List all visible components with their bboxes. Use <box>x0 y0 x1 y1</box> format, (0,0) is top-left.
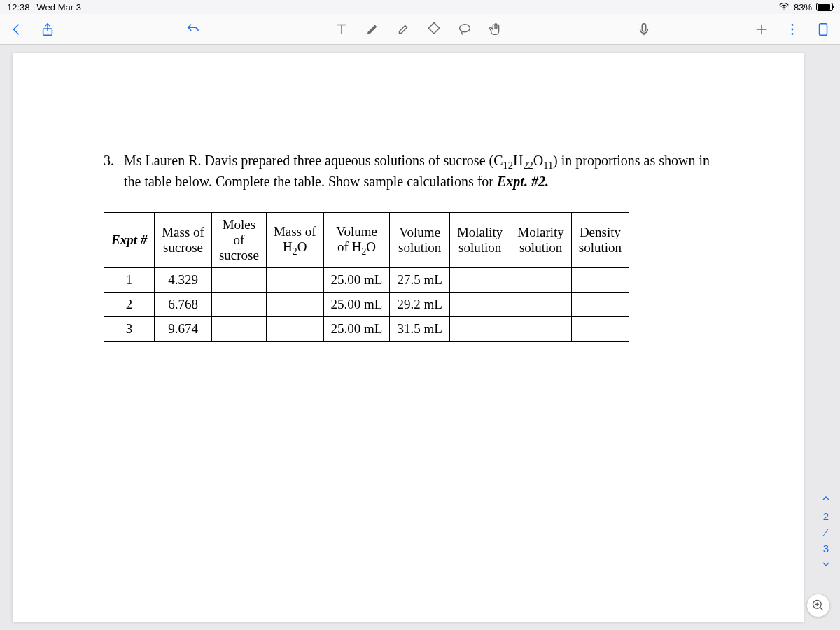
status-time: 12:38 <box>7 2 30 13</box>
app-toolbar <box>0 14 840 45</box>
undo-icon[interactable] <box>185 21 202 38</box>
page-view-icon[interactable] <box>815 21 832 38</box>
battery-percent: 83% <box>794 2 812 13</box>
page-total: 3 <box>823 542 829 554</box>
microphone-icon[interactable] <box>636 21 652 38</box>
document-page: 3. Ms Lauren R. Davis prepared three aqu… <box>13 53 804 622</box>
wifi-icon <box>778 1 790 14</box>
col-vol-h2o: Volumeof H2O <box>323 213 390 268</box>
experiment-table: Expt # Mass ofsucrose Molesofsucrose Mas… <box>104 212 629 342</box>
svg-rect-1 <box>428 22 440 34</box>
more-icon[interactable] <box>784 21 801 38</box>
question-text: Ms Lauren R. Davis prepared three aqueou… <box>124 151 727 191</box>
svg-rect-3 <box>642 23 646 31</box>
hand-tool-icon[interactable] <box>487 21 504 38</box>
svg-point-6 <box>792 32 794 34</box>
svg-point-4 <box>792 24 794 26</box>
col-expt: Expt # <box>104 213 155 268</box>
svg-rect-7 <box>820 23 827 35</box>
page-current: 2 <box>823 510 829 522</box>
page-prev-icon[interactable] <box>820 493 832 506</box>
lasso-tool-icon[interactable] <box>456 21 473 38</box>
canvas-area[interactable]: 3. Ms Lauren R. Davis prepared three aqu… <box>0 45 840 630</box>
table-row: 2 6.768 25.00 mL 29.2 mL <box>104 293 629 317</box>
share-icon[interactable] <box>39 21 56 38</box>
col-density: Densitysolution <box>571 213 629 268</box>
question-block: 3. Ms Lauren R. Davis prepared three aqu… <box>104 151 727 191</box>
col-molality: Molalitysolution <box>449 213 510 268</box>
col-vol-solution: Volumesolution <box>390 213 449 268</box>
question-number: 3. <box>104 151 114 191</box>
col-mass-h2o: Mass ofH2O <box>266 213 323 268</box>
col-mass-sucrose: Mass ofsucrose <box>155 213 212 268</box>
highlighter-tool-icon[interactable] <box>395 21 412 38</box>
zoom-in-button[interactable] <box>806 594 830 617</box>
col-molarity: Molaritysolution <box>510 213 572 268</box>
battery-icon <box>816 3 833 11</box>
svg-point-2 <box>460 24 470 31</box>
add-icon[interactable] <box>753 21 770 38</box>
col-moles-sucrose: Molesofsucrose <box>211 213 266 268</box>
status-date: Wed Mar 3 <box>37 2 81 13</box>
eraser-tool-icon[interactable] <box>426 21 442 38</box>
svg-point-5 <box>792 28 794 30</box>
page-slash: ∕ <box>825 526 827 538</box>
pen-tool-icon[interactable] <box>364 21 381 38</box>
back-icon[interactable] <box>8 21 25 38</box>
page-next-icon[interactable] <box>820 559 832 572</box>
text-tool-icon[interactable] <box>333 21 350 38</box>
page-navigator: 2 ∕ 3 <box>820 493 832 572</box>
table-row: 1 4.329 25.00 mL 27.5 mL <box>104 268 629 293</box>
status-bar: 12:38 Wed Mar 3 83% <box>0 0 840 14</box>
table-row: 3 9.674 25.00 mL 31.5 mL <box>104 317 629 342</box>
